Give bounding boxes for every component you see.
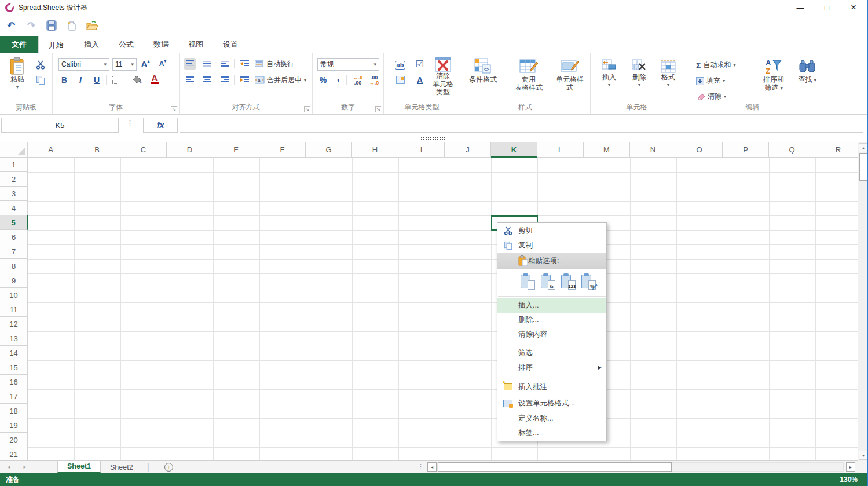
paste-values-button[interactable]: 123: [561, 273, 576, 290]
align-top-button[interactable]: [184, 58, 196, 70]
row-header-14[interactable]: 14: [0, 346, 28, 360]
menu-item-sort[interactable]: 排序 ▶: [497, 360, 606, 375]
increase-indent-button[interactable]: [239, 74, 250, 86]
column-header-E[interactable]: E: [213, 142, 259, 158]
menu-item-tag[interactable]: 标签...: [497, 426, 606, 440]
tab-settings[interactable]: 设置: [213, 36, 248, 53]
fill-color-button[interactable]: [131, 74, 143, 86]
menu-item-insert-comment[interactable]: 插入批注: [497, 379, 606, 395]
font-dialog-launcher[interactable]: ↘: [171, 106, 177, 112]
fill-button[interactable]: 填充 ▾: [696, 76, 725, 86]
column-header-A[interactable]: A: [28, 142, 74, 158]
column-header-G[interactable]: G: [306, 142, 352, 158]
paste-formulas-button[interactable]: fx: [541, 273, 555, 290]
bold-button[interactable]: B: [58, 74, 70, 86]
tab-scrollbar-splitter[interactable]: ⋮: [417, 463, 424, 470]
checkbox-celltype-button[interactable]: ☑: [414, 58, 426, 70]
open-folder-icon[interactable]: [86, 19, 98, 32]
column-header-P[interactable]: P: [723, 142, 769, 158]
hscroll-right-button[interactable]: ►: [846, 462, 855, 472]
hscroll-left-button[interactable]: ◄: [427, 462, 437, 472]
autosum-button[interactable]: Σ 自动求和 ▾: [696, 60, 735, 70]
row-header-20[interactable]: 20: [0, 433, 28, 447]
wrap-text-button[interactable]: 自动换行: [255, 59, 294, 69]
row-header-11[interactable]: 11: [0, 302, 28, 317]
delete-cells-button[interactable]: 删除 ▾: [628, 59, 651, 89]
row-header-1[interactable]: 1: [0, 158, 28, 172]
tab-formulas[interactable]: 公式: [109, 36, 144, 53]
menu-item-format-cells[interactable]: 设置单元格格式...: [497, 395, 606, 411]
row-header-5[interactable]: 5: [0, 215, 28, 230]
vertical-scroll-thumb[interactable]: [859, 153, 867, 181]
underline-button[interactable]: U: [91, 74, 102, 86]
vertical-scrollbar[interactable]: ▲ ▼: [858, 142, 868, 461]
comma-style-button[interactable]: ,: [332, 72, 344, 83]
number-format-select[interactable]: 常规 ▾: [317, 58, 379, 71]
splitter-handle[interactable]: [420, 137, 446, 140]
undo-icon[interactable]: ↶: [5, 19, 17, 32]
row-header-15[interactable]: 15: [0, 360, 28, 375]
percent-style-button[interactable]: %: [317, 74, 329, 86]
select-all-corner[interactable]: [0, 142, 28, 158]
number-dialog-launcher[interactable]: ↘: [375, 106, 381, 112]
column-header-C[interactable]: C: [120, 142, 167, 158]
column-header-I[interactable]: I: [398, 142, 445, 158]
sheet-tab-sheet2[interactable]: Sheet2: [101, 461, 142, 473]
sheet-nav-right-icon[interactable]: ►: [17, 465, 32, 470]
row-header-8[interactable]: 8: [0, 259, 28, 273]
tab-insert[interactable]: 插入: [74, 36, 109, 53]
clear-button[interactable]: 清除 ▾: [696, 92, 726, 101]
copy-icon[interactable]: [35, 74, 46, 86]
row-header-3[interactable]: 3: [0, 187, 28, 201]
sort-filter-button[interactable]: AZ 排序和 筛选 ▾: [757, 58, 790, 93]
row-header-9[interactable]: 9: [0, 273, 28, 288]
new-document-icon[interactable]: ✦: [65, 19, 78, 32]
row-header-13[interactable]: 13: [0, 331, 28, 346]
font-family-select[interactable]: Calibri ▾: [58, 58, 109, 71]
paste-button[interactable]: [521, 273, 535, 290]
fx-button[interactable]: fx: [143, 118, 178, 133]
column-header-M[interactable]: M: [584, 142, 630, 158]
menu-item-copy[interactable]: 复制: [497, 238, 606, 253]
alignment-dialog-launcher[interactable]: ↘: [304, 106, 310, 112]
format-as-table-button[interactable]: 套用 表格样式: [510, 58, 547, 92]
font-color-button[interactable]: A: [149, 73, 160, 85]
align-center-button[interactable]: [202, 74, 213, 86]
menu-item-filter[interactable]: 筛选: [497, 346, 606, 360]
scroll-down-button[interactable]: ▼: [859, 451, 868, 460]
column-header-F[interactable]: F: [259, 142, 306, 158]
column-header-L[interactable]: L: [537, 142, 584, 158]
align-left-button[interactable]: [184, 74, 196, 86]
cut-icon[interactable]: [35, 59, 46, 71]
cell-styles-button[interactable]: 单元格样 式: [552, 58, 588, 92]
row-header-10[interactable]: 10: [0, 288, 28, 302]
align-bottom-button[interactable]: [219, 58, 230, 70]
conditional-format-button[interactable]: ≤≥ 条件格式: [465, 58, 501, 83]
cells-area[interactable]: [28, 158, 858, 461]
column-header-H[interactable]: H: [352, 142, 398, 158]
scroll-up-button[interactable]: ▲: [859, 143, 868, 152]
clear-celltype-button[interactable]: 清除 单元格 类型: [428, 57, 458, 96]
minimize-button[interactable]: —: [787, 0, 814, 15]
insert-cells-button[interactable]: 插入 ▾: [598, 59, 621, 89]
menu-item-delete[interactable]: 删除...: [497, 313, 606, 327]
row-header-18[interactable]: 18: [0, 404, 28, 418]
horizontal-scroll-thumb[interactable]: [438, 462, 672, 472]
row-header-4[interactable]: 4: [0, 201, 28, 215]
column-header-R[interactable]: R: [815, 142, 858, 158]
row-header-12[interactable]: 12: [0, 317, 28, 331]
column-header-B[interactable]: B: [74, 142, 120, 158]
menu-item-clear-contents[interactable]: 清除内容: [497, 327, 606, 342]
tab-file[interactable]: 文件: [0, 36, 38, 53]
row-header-16[interactable]: 16: [0, 375, 28, 389]
formula-bar-handle[interactable]: ⋮: [126, 119, 134, 127]
formula-input[interactable]: [180, 118, 863, 133]
merge-center-button[interactable]: a 合并后居中 ▾: [255, 75, 306, 85]
column-header-D[interactable]: D: [167, 142, 213, 158]
italic-button[interactable]: I: [75, 74, 86, 86]
paste-formatting-button[interactable]: %: [581, 273, 596, 290]
row-header-19[interactable]: 19: [0, 418, 28, 433]
column-header-J[interactable]: J: [445, 142, 491, 158]
maximize-button[interactable]: □: [814, 0, 840, 15]
font-size-select[interactable]: 11 ▾: [112, 58, 137, 71]
